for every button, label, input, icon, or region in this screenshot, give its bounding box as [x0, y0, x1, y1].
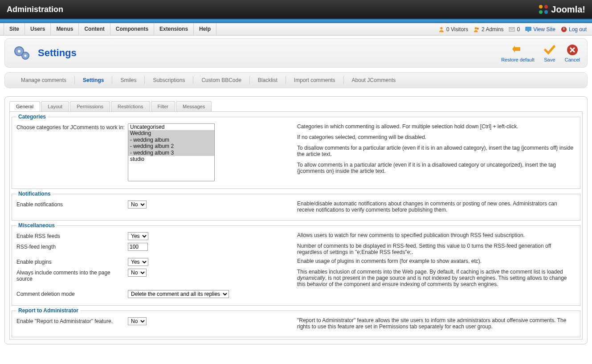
- subnav-about-jcomments[interactable]: About JComments: [344, 76, 404, 84]
- categories-fieldset: Categories Choose categories for JCommen…: [12, 114, 580, 189]
- report-fieldset: Report to Administrator Enable "Report t…: [12, 307, 580, 337]
- plugins-label: Enable plugins: [16, 258, 128, 265]
- status-messages[interactable]: 0: [509, 26, 520, 33]
- report-legend: Report to Administrator: [16, 307, 80, 314]
- users-icon: [474, 26, 480, 33]
- subnav-settings[interactable]: Settings: [75, 76, 112, 84]
- include-description: This enables inclusion of comments into …: [293, 269, 576, 287]
- menu-site[interactable]: Site: [4, 23, 25, 35]
- admin-header: Administration Joomla!: [0, 0, 592, 20]
- svg-point-6: [477, 28, 479, 29]
- notifications-legend: Notifications: [16, 191, 53, 197]
- tab-filter[interactable]: Filter: [151, 101, 175, 111]
- logout-link[interactable]: Log out: [561, 26, 587, 33]
- menu-help[interactable]: Help: [194, 23, 216, 35]
- envelope-icon: [509, 26, 515, 33]
- brand-logo: Joomla!: [538, 4, 585, 15]
- checkmark-icon: [543, 44, 556, 56]
- subnav-blacklist[interactable]: Blacklist: [250, 76, 286, 84]
- menu-menus[interactable]: Menus: [51, 23, 79, 35]
- status-visitors: 0 Visitors: [438, 26, 468, 33]
- monitor-icon: [525, 26, 531, 33]
- tab-messages[interactable]: Messages: [176, 101, 212, 111]
- settings-panel: GeneralLayoutPermissionsRestrictionsFilt…: [4, 96, 588, 344]
- rsslen-label: RSS-feed length: [16, 243, 128, 250]
- notifications-fieldset: Notifications Enable notifications No En…: [12, 191, 580, 221]
- plugins-select[interactable]: Yes: [128, 258, 148, 266]
- miscellaneous-fieldset: Miscellaneous Enable RSS feeds Yes Allow…: [12, 222, 580, 306]
- categories-label: Choose categories for JComments to work …: [16, 123, 128, 131]
- save-button[interactable]: Save: [543, 44, 556, 62]
- menu-extensions[interactable]: Extensions: [154, 23, 194, 35]
- rss-select[interactable]: Yes: [128, 232, 148, 240]
- tab-permissions[interactable]: Permissions: [70, 101, 110, 111]
- menu-content[interactable]: Content: [79, 23, 110, 35]
- undo-arrow-icon: [511, 44, 524, 56]
- page-title: Settings: [38, 47, 77, 59]
- plugins-description: Enable usage of plugins in comments form…: [293, 258, 576, 264]
- report-select[interactable]: No: [128, 317, 147, 325]
- miscellaneous-legend: Miscellaneous: [16, 222, 57, 229]
- tab-body-general: Categories Choose categories for JCommen…: [9, 111, 583, 339]
- include-label: Always include comments into the page so…: [16, 269, 128, 282]
- cancel-button[interactable]: Cancel: [565, 44, 580, 62]
- page-header: Settings Restore default Save Cancel: [4, 38, 588, 68]
- categories-description: Categories in which commenting is allowe…: [293, 123, 576, 179]
- subnav-custom-bbcode[interactable]: Custom BBCode: [193, 76, 249, 84]
- rsslen-description: Number of comments to be displayed in RS…: [293, 243, 576, 255]
- cancel-icon: [566, 44, 579, 56]
- notifications-select[interactable]: No: [128, 200, 147, 209]
- restore-default-button[interactable]: Restore default: [501, 44, 535, 62]
- menubar: SiteUsersMenusContentComponentsExtension…: [0, 23, 592, 36]
- report-description: "Report to Administrator" feature allows…: [293, 317, 576, 330]
- joomla-logo-icon: [538, 4, 549, 15]
- subnav-import-comments[interactable]: Import comments: [286, 76, 344, 84]
- subnav-smiles[interactable]: Smiles: [112, 76, 145, 84]
- svg-point-15: [24, 55, 27, 57]
- tab-general[interactable]: General: [9, 101, 40, 111]
- rsslen-input[interactable]: [128, 243, 148, 251]
- user-icon: [438, 26, 445, 33]
- subnav-manage-comments[interactable]: Manage comments: [13, 76, 75, 84]
- header-title: Administration: [7, 5, 63, 14]
- settings-gear-icon: [12, 43, 32, 63]
- include-select[interactable]: No: [128, 269, 147, 277]
- svg-point-1: [544, 5, 548, 8]
- svg-point-0: [539, 5, 543, 8]
- delete-mode-select[interactable]: Delete the comment and all its replies: [128, 290, 229, 298]
- svg-point-13: [18, 50, 20, 53]
- svg-point-3: [544, 10, 548, 14]
- categories-legend: Categories: [16, 114, 48, 120]
- tab-layout[interactable]: Layout: [41, 101, 69, 111]
- svg-rect-9: [527, 31, 529, 32]
- settings-tabs: GeneralLayoutPermissionsRestrictionsFilt…: [9, 101, 583, 111]
- tab-restrictions[interactable]: Restrictions: [111, 101, 150, 111]
- notifications-label: Enable notifications: [16, 200, 128, 208]
- component-subnav: Manage commentsSettingsSmilesSubscriptio…: [4, 72, 588, 88]
- svg-point-5: [475, 27, 477, 29]
- svg-rect-8: [526, 27, 531, 30]
- rss-description: Allows users to watch for new comments t…: [293, 232, 576, 238]
- delete-mode-label: Comment deletion mode: [16, 290, 128, 297]
- svg-rect-11: [563, 27, 564, 29]
- svg-point-2: [539, 10, 543, 14]
- toolbar: Restore default Save Cancel: [501, 44, 580, 62]
- menu-users[interactable]: Users: [25, 23, 51, 35]
- rss-label: Enable RSS feeds: [16, 232, 128, 239]
- menu-components[interactable]: Components: [110, 23, 154, 35]
- view-site-link[interactable]: View Site: [525, 26, 555, 33]
- categories-select[interactable]: UncategorisedWedding - wedding album - w…: [128, 123, 215, 181]
- notifications-description: Enable/disable automatic notifications a…: [293, 200, 576, 213]
- status-admins: 2 Admins: [474, 26, 503, 33]
- subnav-subscriptions[interactable]: Subscriptions: [145, 76, 193, 84]
- accent-bar: [0, 20, 592, 23]
- report-label: Enable "Report to Administrator" feature…: [16, 317, 128, 324]
- logout-icon: [561, 26, 567, 33]
- svg-point-4: [440, 27, 442, 29]
